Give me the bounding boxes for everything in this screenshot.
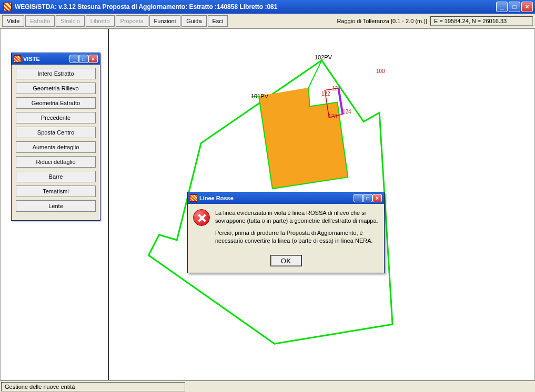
window-buttons: _ □ × (496, 2, 533, 12)
toolbar-funzioni[interactable]: Funzioni (149, 15, 181, 27)
toolbar-guida[interactable]: Guida (181, 15, 206, 27)
modal-icon (190, 194, 197, 202)
statusbar-cell: Gestione delle nuove entità (1, 382, 185, 391)
viste-maximize[interactable]: □ (79, 55, 88, 63)
modal-text: La linea evidenziata in viola è linea RO… (215, 209, 379, 249)
label-124: 124 (342, 109, 351, 115)
viste-lente[interactable]: Lente (16, 200, 96, 212)
modal-minimize[interactable]: _ (354, 194, 363, 202)
viste-intero-estratto[interactable]: Intero Estratto (16, 68, 96, 79)
modal-linee-rosse: Linee Rosse _ □ × La linea evidenziata i… (187, 192, 385, 273)
coord-display: E = 19584.24, N = 26016.33 (430, 16, 533, 26)
label-121: 121 (332, 86, 341, 91)
minimize-button[interactable]: _ (496, 2, 508, 12)
viste-window[interactable]: VISTE _ □ × Intero Estratto Geometria Ri… (11, 53, 100, 221)
label-123: 123 (328, 114, 337, 119)
close-button[interactable]: × (521, 2, 533, 12)
viste-minimize[interactable]: _ (69, 55, 79, 63)
modal-ok-button[interactable]: OK (270, 255, 302, 266)
viste-barre[interactable]: Barre (16, 171, 96, 182)
viste-body: Intero Estratto Geometria Rilievo Geomet… (12, 65, 100, 220)
toolbar-libretto: Libretto (86, 15, 115, 27)
app-icon (3, 3, 12, 11)
toolbar-esci[interactable]: Esci (208, 15, 228, 27)
toolbar-stralcio: Stralcio (56, 15, 85, 27)
viste-icon (14, 55, 21, 63)
viste-close[interactable]: × (88, 55, 98, 63)
label-122: 122 (321, 91, 330, 97)
modal-p2: Perciò, prima di produrre la Proposta di… (215, 229, 379, 245)
modal-title-text: Linee Rosse (199, 195, 234, 201)
modal-close[interactable]: × (372, 194, 382, 202)
modal-maximize[interactable]: □ (363, 194, 372, 202)
label-101pv: 101PV (251, 93, 268, 99)
main-titlebar: WEGIS/STDA: v.3.12 Stesura Proposta di A… (0, 0, 535, 14)
viste-titlebar[interactable]: VISTE _ □ × (12, 53, 100, 65)
modal-p1: La linea evidenziata in viola è linea RO… (215, 209, 379, 225)
viste-geometria-estratto[interactable]: Geometria Estratto (16, 97, 96, 109)
statusbar: Gestione delle nuove entità (0, 380, 535, 392)
viste-aumenta-dettaglio[interactable]: Aumenta dettaglio (16, 141, 96, 153)
viste-sposta-centro[interactable]: Sposta Centro (16, 127, 96, 138)
toolbar-estratto: Estratto (25, 15, 55, 27)
viste-geometria-rilievo[interactable]: Geometria Rilievo (16, 82, 96, 94)
client-area: 102PV 101PV 100 121 122 123 124 VISTE _ … (0, 28, 535, 380)
tolerance-label: Raggio di Tolleranza [0.1 - 2.0 (m.)] (337, 18, 427, 24)
label-100: 100 (376, 68, 385, 74)
toolbar-viste[interactable]: Viste (2, 15, 24, 27)
maximize-button[interactable]: □ (509, 2, 520, 12)
viste-precedente[interactable]: Precedente (16, 112, 96, 123)
label-102pv: 102PV (315, 54, 332, 60)
error-icon (193, 209, 210, 226)
toolbar-proposta: Proposta (116, 15, 148, 27)
modal-titlebar[interactable]: Linee Rosse _ □ × (188, 192, 384, 204)
viste-title-text: VISTE (23, 56, 40, 62)
viste-riduci-dettaglio[interactable]: Riduci dettaglio (16, 156, 96, 168)
window-title: WEGIS/STDA: v.3.12 Stesura Proposta di A… (15, 3, 496, 11)
toolbar: Viste Estratto Stralcio Libretto Propost… (0, 14, 535, 28)
viste-tematismi[interactable]: Tematismi (16, 185, 96, 197)
